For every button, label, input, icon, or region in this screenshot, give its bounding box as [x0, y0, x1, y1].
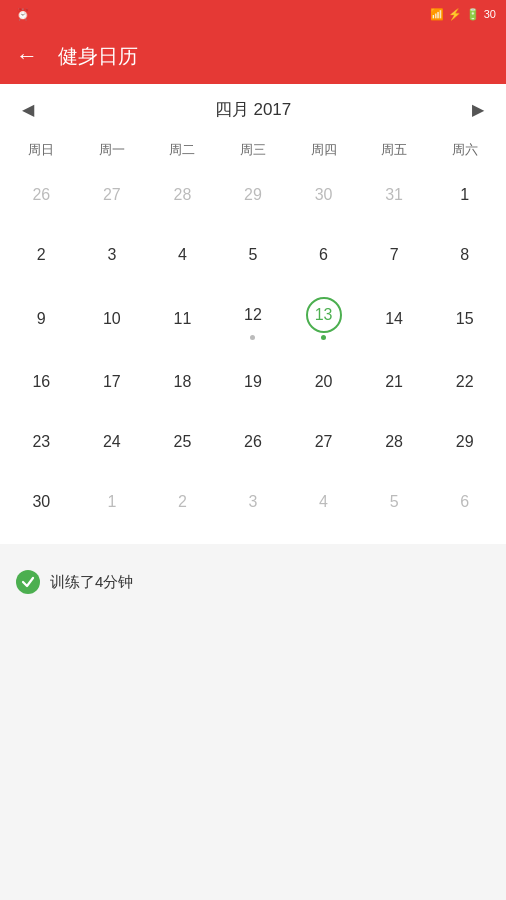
day-cell[interactable]: 23 [6, 412, 77, 472]
day-cell[interactable]: 29 [429, 412, 500, 472]
day-number: 23 [23, 424, 59, 460]
day-number: 24 [94, 424, 130, 460]
day-cell[interactable]: 22 [429, 352, 500, 412]
day-cell[interactable]: 1 [77, 472, 148, 532]
day-cell[interactable]: 17 [77, 352, 148, 412]
day-number: 5 [235, 237, 271, 273]
day-number: 22 [447, 364, 483, 400]
day-cell[interactable]: 18 [147, 352, 218, 412]
day-number: 8 [447, 237, 483, 273]
weekday-label: 周六 [429, 135, 500, 165]
day-cell[interactable]: 11 [147, 285, 218, 352]
day-cell[interactable]: 8 [429, 225, 500, 285]
weekday-label: 周一 [77, 135, 148, 165]
day-cell[interactable]: 26 [218, 412, 289, 472]
day-number: 3 [94, 237, 130, 273]
day-cell[interactable]: 12 [218, 285, 289, 352]
day-number: 6 [447, 484, 483, 520]
battery-level: 30 [484, 8, 496, 20]
day-number: 16 [23, 364, 59, 400]
day-cell[interactable]: 13 [288, 285, 359, 352]
back-button[interactable]: ← [16, 43, 38, 69]
day-cell[interactable]: 27 [288, 412, 359, 472]
day-cell[interactable]: 21 [359, 352, 430, 412]
day-dot [321, 335, 326, 340]
day-number: 15 [447, 301, 483, 337]
day-number: 26 [235, 424, 271, 460]
day-cell[interactable]: 28 [359, 412, 430, 472]
day-number: 19 [235, 364, 271, 400]
day-cell[interactable]: 25 [147, 412, 218, 472]
next-month-button[interactable]: ▶ [460, 94, 496, 125]
month-nav: ◀ 四月 2017 ▶ [0, 84, 506, 135]
month-title: 四月 2017 [215, 98, 292, 121]
day-number: 26 [23, 177, 59, 213]
day-cell[interactable]: 4 [288, 472, 359, 532]
day-cell[interactable]: 3 [77, 225, 148, 285]
day-cell[interactable]: 14 [359, 285, 430, 352]
day-cell[interactable]: 9 [6, 285, 77, 352]
day-cell[interactable]: 20 [288, 352, 359, 412]
day-number: 18 [164, 364, 200, 400]
day-cell[interactable]: 28 [147, 165, 218, 225]
clock-icon: ⏰ [16, 8, 30, 21]
day-cell[interactable]: 5 [218, 225, 289, 285]
day-number: 7 [376, 237, 412, 273]
calendar: ◀ 四月 2017 ▶ 周日周一周二周三周四周五周六 2627282930311… [0, 84, 506, 544]
day-number: 25 [164, 424, 200, 460]
day-number: 1 [447, 177, 483, 213]
battery-icon: 🔋 [466, 8, 480, 21]
day-cell[interactable]: 4 [147, 225, 218, 285]
day-cell[interactable]: 7 [359, 225, 430, 285]
day-cell[interactable]: 19 [218, 352, 289, 412]
day-cell[interactable]: 29 [218, 165, 289, 225]
day-cell[interactable]: 3 [218, 472, 289, 532]
weekday-label: 周二 [147, 135, 218, 165]
day-cell[interactable]: 26 [6, 165, 77, 225]
prev-month-button[interactable]: ◀ [10, 94, 46, 125]
weekday-label: 周三 [218, 135, 289, 165]
day-cell[interactable]: 1 [429, 165, 500, 225]
day-number: 17 [94, 364, 130, 400]
day-number: 29 [235, 177, 271, 213]
weekday-label: 周日 [6, 135, 77, 165]
day-cell[interactable]: 30 [288, 165, 359, 225]
day-cell[interactable]: 6 [429, 472, 500, 532]
weekday-label: 周五 [359, 135, 430, 165]
day-cell[interactable]: 31 [359, 165, 430, 225]
day-number: 30 [23, 484, 59, 520]
day-number: 12 [235, 297, 271, 333]
activity-item: 训练了4分钟 [16, 560, 490, 604]
day-number: 27 [94, 177, 130, 213]
day-cell[interactable]: 27 [77, 165, 148, 225]
day-number: 5 [376, 484, 412, 520]
day-number: 2 [23, 237, 59, 273]
day-number: 6 [306, 237, 342, 273]
day-cell[interactable]: 30 [6, 472, 77, 532]
day-number: 4 [164, 237, 200, 273]
day-cell[interactable]: 24 [77, 412, 148, 472]
app-header: ← 健身日历 [0, 28, 506, 84]
day-number: 27 [306, 424, 342, 460]
page-title: 健身日历 [58, 43, 138, 70]
day-number: 21 [376, 364, 412, 400]
status-bar: ⏰ 📶 ⚡ 🔋 30 [0, 0, 506, 28]
day-number: 29 [447, 424, 483, 460]
day-cell[interactable]: 2 [147, 472, 218, 532]
day-number: 13 [306, 297, 342, 333]
day-number: 3 [235, 484, 271, 520]
day-number: 4 [306, 484, 342, 520]
weekday-header: 周日周一周二周三周四周五周六 [0, 135, 506, 165]
days-grid: 2627282930311234567891011121314151617181… [0, 165, 506, 532]
day-cell[interactable]: 6 [288, 225, 359, 285]
day-number: 2 [164, 484, 200, 520]
day-cell[interactable]: 5 [359, 472, 430, 532]
day-dot [250, 335, 255, 340]
day-cell[interactable]: 2 [6, 225, 77, 285]
activity-section: 训练了4分钟 [0, 544, 506, 844]
weekday-label: 周四 [288, 135, 359, 165]
day-cell[interactable]: 10 [77, 285, 148, 352]
day-cell[interactable]: 15 [429, 285, 500, 352]
day-cell[interactable]: 16 [6, 352, 77, 412]
day-number: 28 [376, 424, 412, 460]
